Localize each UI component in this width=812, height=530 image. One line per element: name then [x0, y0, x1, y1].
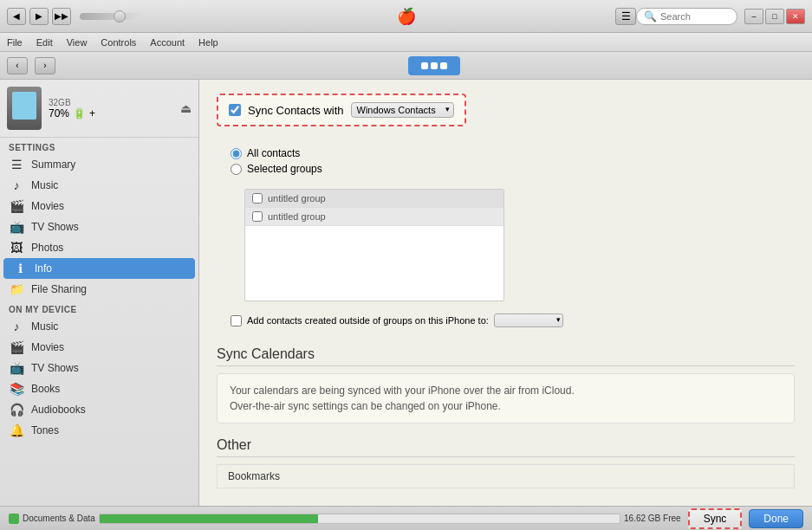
content-area: Sync Contacts with Windows Contacts ▾ Al…	[199, 80, 812, 506]
group-checkbox-1[interactable]	[252, 193, 263, 204]
movies-icon: 🎬	[9, 199, 24, 213]
minimize-button[interactable]: –	[744, 9, 763, 24]
sidebar-label-info: Info	[35, 262, 52, 275]
all-contacts-label: All contacts	[247, 147, 300, 159]
all-contacts-radio[interactable]	[231, 148, 242, 159]
all-contacts-option: All contacts	[231, 147, 781, 159]
sidebar-item-tones[interactable]: 🔔 Tones	[0, 420, 198, 441]
status-bar: Documents & Data 16.62 GB Free Sync Done	[0, 506, 812, 530]
contacts-dropdown-value: Windows Contacts	[357, 105, 436, 115]
sync-contacts-checkbox[interactable]	[229, 104, 241, 116]
search-input[interactable]	[660, 11, 730, 22]
sidebar-item-movies2[interactable]: 🎬 Movies	[0, 337, 198, 358]
sidebar-item-music[interactable]: ♪ Music	[0, 175, 198, 196]
menu-bar: File Edit View Controls Account Help	[0, 33, 812, 52]
sidebar-label-tvshows2: TV Shows	[31, 362, 79, 374]
sidebar-item-photos[interactable]: 🖼 Photos	[0, 237, 198, 258]
menu-help[interactable]: Help	[198, 37, 218, 48]
sidebar-label-summary: Summary	[31, 158, 75, 171]
selected-groups-label: Selected groups	[247, 163, 322, 175]
add-contacts-dropdown[interactable]: ▾	[494, 313, 563, 327]
back-button[interactable]: ◀	[7, 8, 26, 25]
group-item-2[interactable]: untitled group	[245, 208, 503, 226]
close-button[interactable]: ✕	[786, 9, 805, 24]
battery-pct: 70%	[49, 107, 69, 120]
nav-forward-button[interactable]: ›	[35, 57, 55, 74]
storage-free-label: 16.62 GB Free	[624, 514, 681, 523]
contacts-dropdown[interactable]: Windows Contacts ▾	[351, 102, 454, 118]
restore-button[interactable]: □	[765, 9, 784, 24]
transport-controls: ◀ ▶ ▶▶	[7, 8, 146, 25]
add-contacts-arrow-icon: ▾	[556, 315, 561, 324]
sync-dot-2	[431, 62, 438, 69]
play-button[interactable]: ▶	[29, 8, 49, 25]
sidebar-label-music: Music	[31, 179, 58, 191]
movies2-icon: 🎬	[9, 340, 24, 354]
window-controls: – □ ✕	[744, 9, 805, 24]
photos-icon: 🖼	[9, 241, 24, 255]
device-capacity: 32GB	[49, 98, 173, 107]
sync-contacts-header: Sync Contacts with Windows Contacts ▾	[217, 94, 466, 126]
tvshows2-icon: 📺	[9, 361, 24, 375]
group-checkbox-2[interactable]	[252, 211, 263, 222]
bookmarks-item: Bookmarks	[217, 464, 795, 488]
sidebar-scroll: 32GB 70% 🔋 + ⏏ Settings ☰ Summary ♪ Musi…	[0, 80, 198, 506]
sync-status-box	[408, 56, 460, 75]
list-view-icon[interactable]: ☰	[615, 8, 636, 25]
menu-edit[interactable]: Edit	[36, 37, 53, 48]
info-icon: ℹ	[12, 262, 28, 275]
settings-section-label: Settings	[0, 138, 198, 154]
selected-groups-radio[interactable]	[231, 164, 242, 175]
volume-slider[interactable]	[80, 13, 140, 20]
sidebar-label-tvshows: TV Shows	[31, 221, 79, 233]
main-layout: 32GB 70% 🔋 + ⏏ Settings ☰ Summary ♪ Musi…	[0, 80, 812, 506]
sidebar-item-music2[interactable]: ♪ Music	[0, 316, 198, 337]
group-item-1[interactable]: untitled group	[245, 190, 503, 208]
music-icon: ♪	[9, 178, 24, 192]
group-label-2: untitled group	[268, 211, 326, 222]
sidebar-item-filesharing[interactable]: 📁 File Sharing	[0, 279, 198, 300]
menu-file[interactable]: File	[7, 37, 23, 48]
sidebar: 32GB 70% 🔋 + ⏏ Settings ☰ Summary ♪ Musi…	[0, 80, 199, 506]
sync-calendars-info2: Over-the-air sync settings can be change…	[230, 398, 782, 414]
storage-track	[99, 514, 620, 524]
sidebar-item-info[interactable]: ℹ Info	[3, 258, 195, 279]
device-info: 32GB 70% 🔋 +	[49, 98, 173, 120]
sidebar-item-tvshows[interactable]: 📺 TV Shows	[0, 217, 198, 237]
sidebar-label-filesharing: File Sharing	[31, 283, 87, 295]
onmydevice-section-label: On My Device	[0, 300, 198, 316]
menu-controls[interactable]: Controls	[101, 37, 136, 48]
sidebar-item-movies[interactable]: 🎬 Movies	[0, 196, 198, 217]
add-contacts-checkbox[interactable]	[231, 315, 242, 326]
sync-contacts-label: Sync Contacts with	[248, 104, 344, 117]
apple-logo: 🍎	[397, 7, 416, 26]
sidebar-item-summary[interactable]: ☰ Summary	[0, 154, 198, 175]
sidebar-label-books: Books	[31, 383, 60, 395]
sync-button[interactable]: Sync	[688, 508, 743, 529]
sidebar-item-tvshows2[interactable]: 📺 TV Shows	[0, 358, 198, 378]
sidebar-label-tones: Tones	[31, 424, 59, 436]
battery-icon: 🔋	[73, 107, 86, 120]
storage-color-indicator	[9, 514, 19, 524]
menu-account[interactable]: Account	[150, 37, 185, 48]
sync-dots	[421, 62, 447, 69]
done-button[interactable]: Done	[749, 509, 803, 528]
sync-dot-1	[421, 62, 428, 69]
sidebar-item-audiobooks[interactable]: 🎧 Audiobooks	[0, 399, 198, 420]
search-box: ☰ 🔍	[615, 8, 737, 25]
sidebar-label-movies: Movies	[31, 200, 64, 212]
dropdown-arrow-icon: ▾	[445, 105, 450, 113]
menu-view[interactable]: View	[67, 37, 88, 48]
eject-button[interactable]: ⏏	[180, 101, 192, 115]
sidebar-label-photos: Photos	[31, 242, 63, 254]
sync-calendars-info1: Your calendars are being synced with you…	[230, 383, 782, 398]
storage-bar-wrap: Documents & Data 16.62 GB Free	[9, 514, 681, 524]
search-input-wrap: 🔍	[636, 8, 737, 25]
storage-used-fill	[100, 514, 318, 523]
sync-progress	[408, 56, 460, 75]
nav-back-button[interactable]: ‹	[7, 57, 28, 74]
skip-button[interactable]: ▶▶	[52, 8, 71, 25]
sync-calendars-info-box: Your calendars are being synced with you…	[217, 373, 795, 423]
sidebar-item-books[interactable]: 📚 Books	[0, 378, 198, 399]
battery-plus: +	[89, 107, 95, 120]
